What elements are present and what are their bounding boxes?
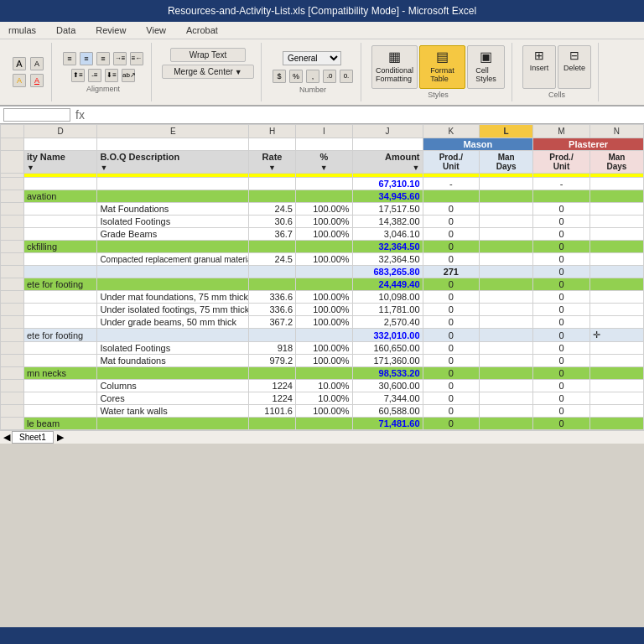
- cell-pct[interactable]: 100.00%: [296, 355, 353, 367]
- sheet-tab[interactable]: Sheet1: [12, 431, 54, 444]
- cell-amount[interactable]: 60,588.00: [352, 405, 423, 418]
- cell-amount[interactable]: 2,570.40: [352, 316, 423, 329]
- cell-boq[interactable]: Compacted replacement granual material f…: [97, 253, 249, 266]
- cell-rate[interactable]: 336.6: [249, 291, 296, 304]
- sheet-nav-right-icon[interactable]: ▶: [57, 432, 64, 443]
- col-J[interactable]: J: [352, 125, 423, 138]
- col-K[interactable]: K: [423, 125, 480, 138]
- col-M[interactable]: M: [533, 125, 590, 138]
- delete-button[interactable]: ⊟ Delete: [558, 45, 591, 89]
- cell-mason-prod[interactable]: 0: [423, 380, 480, 392]
- cell-mason-prod[interactable]: 0: [423, 304, 480, 316]
- col-E[interactable]: E: [97, 125, 249, 138]
- menu-formulas[interactable]: rmulas: [5, 23, 39, 37]
- col-D[interactable]: D: [23, 125, 96, 138]
- cell-amount[interactable]: 7,344.00: [352, 392, 423, 405]
- cell-pct[interactable]: 100.00%: [296, 304, 353, 316]
- font-size-increase-icon[interactable]: A: [30, 57, 44, 70]
- cell-amount[interactable]: 11,781.00: [352, 304, 423, 316]
- format-as-table-button[interactable]: ▤ FormatTable: [419, 45, 465, 89]
- currency-icon[interactable]: $: [273, 70, 286, 83]
- cell-pct[interactable]: 100.00%: [296, 216, 353, 228]
- cell-rate[interactable]: 367.2: [249, 316, 296, 329]
- cell-pct[interactable]: 100.00%: [296, 253, 353, 266]
- cell-rate[interactable]: 336.6: [249, 304, 296, 316]
- cell-plaster-prod[interactable]: 0: [533, 392, 590, 405]
- number-format-select[interactable]: General Number Currency Percentage: [283, 51, 341, 65]
- cell-boq[interactable]: Water tank walls: [97, 405, 249, 418]
- decrease-decimal-icon[interactable]: 0.: [340, 70, 353, 83]
- cell-plaster-prod[interactable]: 0: [533, 380, 590, 392]
- font-size-decrease-icon[interactable]: A: [13, 57, 26, 70]
- cell-rate[interactable]: 24.5: [249, 203, 296, 216]
- decrease-indent-icon[interactable]: ≡←: [130, 52, 143, 65]
- cell-boq[interactable]: Mat foundations: [97, 355, 249, 367]
- cell-boq[interactable]: Isolated Footings: [97, 216, 249, 228]
- cell-boq[interactable]: Under grade beams, 50 mm thick: [97, 316, 249, 329]
- cell-rate[interactable]: 1101.6: [249, 405, 296, 418]
- cell-boq[interactable]: Cores: [97, 392, 249, 405]
- cell-plaster-prod[interactable]: 0: [533, 228, 590, 241]
- bottom-align-icon[interactable]: ⬇≡: [105, 69, 118, 82]
- cell-pct[interactable]: 100.00%: [296, 405, 353, 418]
- cell-rate[interactable]: 979.2: [249, 355, 296, 367]
- name-box[interactable]: [3, 108, 70, 122]
- cell-plaster-prod[interactable]: 0: [533, 405, 590, 418]
- cell-plaster-prod[interactable]: 0: [533, 253, 590, 266]
- cell-amount[interactable]: 32,364.50: [352, 253, 423, 266]
- cell-plaster-prod[interactable]: 0: [533, 216, 590, 228]
- menu-acrobat[interactable]: Acrobat: [183, 23, 221, 37]
- insert-button[interactable]: ⊞ Insert: [522, 45, 556, 89]
- fill-color-icon[interactable]: A: [13, 74, 26, 87]
- cell-rate[interactable]: 1224: [249, 392, 296, 405]
- cell-amount[interactable]: 171,360.00: [352, 355, 423, 367]
- cell-amount[interactable]: 160,650.00: [352, 342, 423, 355]
- cell-rate[interactable]: 918: [249, 342, 296, 355]
- cell-mason-prod[interactable]: 0: [423, 342, 480, 355]
- col-N[interactable]: N: [589, 125, 643, 138]
- merge-center-button[interactable]: Merge & Center ▼: [162, 65, 254, 79]
- cell-plaster-prod[interactable]: 0: [533, 304, 590, 316]
- cell-plaster-prod[interactable]: 0: [533, 291, 590, 304]
- cell-boq[interactable]: Grade Beams: [97, 228, 249, 241]
- cell-pct[interactable]: 100.00%: [296, 228, 353, 241]
- col-H[interactable]: H: [249, 125, 296, 138]
- cell-rate[interactable]: 30.6: [249, 216, 296, 228]
- cell-amount[interactable]: 30,600.00: [352, 380, 423, 392]
- cell-pct[interactable]: 100.00%: [296, 342, 353, 355]
- cell-mason-prod[interactable]: 0: [423, 355, 480, 367]
- cell-mason-prod[interactable]: 0: [423, 228, 480, 241]
- cell-styles-button[interactable]: ▣ CellStyles: [467, 45, 505, 89]
- cell-pct[interactable]: 100.00%: [296, 203, 353, 216]
- cell-mason-prod[interactable]: 0: [423, 253, 480, 266]
- cell-pct[interactable]: 100.00%: [296, 291, 353, 304]
- middle-align-icon[interactable]: -≡: [88, 69, 101, 82]
- comma-icon[interactable]: ,: [306, 70, 319, 83]
- increase-indent-icon[interactable]: →≡: [113, 52, 127, 65]
- formula-input[interactable]: >0,(F27*I27/K27),0): [90, 109, 641, 121]
- wrap-text-button[interactable]: Wrap Text: [170, 48, 246, 62]
- cell-rate[interactable]: 24.5: [249, 253, 296, 266]
- menu-view[interactable]: View: [143, 23, 169, 37]
- cell-amount[interactable]: 3,046.10: [352, 228, 423, 241]
- col-I[interactable]: I: [296, 125, 353, 138]
- cell-mason-prod[interactable]: 0: [423, 405, 480, 418]
- cell-pct[interactable]: 10.00%: [296, 380, 353, 392]
- top-align-icon[interactable]: ⬆≡: [71, 69, 85, 82]
- cell-amount[interactable]: 10,098.00: [352, 291, 423, 304]
- cell-plaster-prod[interactable]: 0: [533, 316, 590, 329]
- align-left-icon[interactable]: ≡: [63, 52, 76, 65]
- cell-plaster-prod[interactable]: 0: [533, 355, 590, 367]
- cell-pct[interactable]: 10.00%: [296, 392, 353, 405]
- cell-rate[interactable]: 36.7: [249, 228, 296, 241]
- align-center-icon[interactable]: ≡: [80, 52, 93, 65]
- align-right-icon[interactable]: ≡: [96, 52, 110, 65]
- cell-mason-prod[interactable]: 0: [423, 392, 480, 405]
- menu-review[interactable]: Review: [92, 23, 129, 37]
- cell-pct[interactable]: 100.00%: [296, 316, 353, 329]
- merge-center-dropdown-icon[interactable]: ▼: [235, 68, 242, 76]
- cell-boq[interactable]: Under mat foundations, 75 mm thick: [97, 291, 249, 304]
- cell-plaster-prod[interactable]: 0: [533, 203, 590, 216]
- scroll-area[interactable]: ◀ Sheet1 ▶: [0, 430, 644, 444]
- cell-rate[interactable]: 1224: [249, 380, 296, 392]
